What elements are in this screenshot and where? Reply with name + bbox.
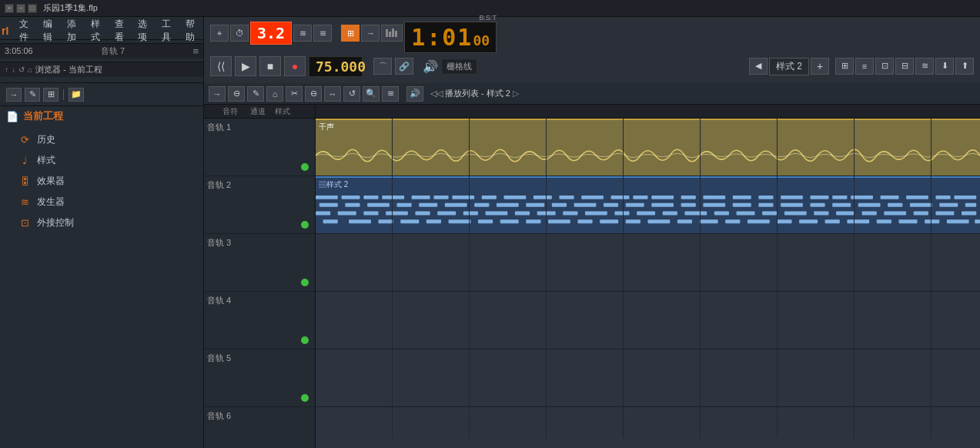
- input-icon[interactable]: ⌖: [210, 25, 229, 42]
- view-icon-6[interactable]: ⬇: [935, 58, 954, 75]
- clock-icon[interactable]: ⏱: [230, 25, 249, 42]
- menu-file[interactable]: 文件: [13, 16, 35, 45]
- tree-item-generators[interactable]: ≋ 发生器: [0, 192, 203, 212]
- seq-zoom-tool[interactable]: 🔍: [363, 86, 380, 102]
- mixer-button[interactable]: [381, 25, 403, 42]
- svg-rect-52: [858, 203, 881, 207]
- sequencer-area: → ⊖ ✎ ⌂ ✂ ⊖ ↔ ↺ 🔍 ≋ 🔊 ◁◁ 播放列表 - 样式 2 ▷: [204, 83, 980, 448]
- svg-rect-45: [681, 203, 696, 207]
- minimize-button[interactable]: −: [16, 4, 25, 13]
- svg-rect-28: [906, 196, 928, 199]
- menu-help[interactable]: 帮助: [179, 16, 202, 45]
- eq-icon[interactable]: ≋: [313, 25, 332, 42]
- sidebar-up-icon[interactable]: ↑: [5, 65, 8, 74]
- sidebar-ctrl-pen[interactable]: ✎: [25, 88, 40, 102]
- sidebar-refresh-icon[interactable]: ↺: [18, 65, 25, 74]
- sidebar-ctrl-arrow[interactable]: →: [6, 88, 22, 102]
- sidebar-home-icon[interactable]: ⌂: [28, 65, 32, 74]
- view-icon-5[interactable]: ≋: [915, 58, 934, 75]
- track-row-3[interactable]: [316, 234, 980, 292]
- track-row-4[interactable]: [316, 292, 980, 349]
- menu-add[interactable]: 添加: [61, 16, 83, 45]
- sidebar-down-icon[interactable]: ↓: [12, 65, 15, 74]
- snap-display[interactable]: 栅格线: [441, 59, 477, 75]
- tree-item-effects[interactable]: 🎛 效果器: [0, 171, 203, 192]
- svg-rect-92: [526, 219, 540, 223]
- style-selector[interactable]: 样式 2: [769, 58, 809, 75]
- svg-rect-3: [395, 31, 397, 37]
- view-icon-7[interactable]: ⬆: [955, 58, 974, 75]
- svg-rect-79: [862, 212, 877, 216]
- track-row-2[interactable]: ▤样式 2: [316, 176, 980, 234]
- col-style: 样式: [275, 106, 290, 117]
- tree-item-midi[interactable]: ⊡ 外接控制: [0, 212, 203, 233]
- view-icon-4[interactable]: ⊟: [895, 58, 914, 75]
- piano-clip-1[interactable]: ▤样式 2: [316, 176, 980, 233]
- seq-audio-tool[interactable]: ≋: [382, 86, 399, 102]
- track-row-1[interactable]: 干声: [316, 119, 980, 176]
- svg-rect-15: [581, 196, 604, 199]
- seq-brush-tool[interactable]: ⌂: [266, 86, 283, 102]
- seq-speaker-tool[interactable]: 🔊: [406, 86, 423, 102]
- speaker-icon[interactable]: 🔊: [423, 59, 438, 74]
- svg-rect-47: [733, 203, 751, 207]
- nav-left-icon[interactable]: ◀: [749, 58, 768, 75]
- seq-mute-tool[interactable]: ⊖: [305, 86, 322, 102]
- pattern-icon[interactable]: ⊞: [341, 25, 360, 42]
- play-button[interactable]: ▶: [235, 56, 256, 76]
- seq-magnet-tool[interactable]: ⊖: [228, 86, 245, 102]
- track-row-5[interactable]: [316, 349, 980, 407]
- record-button[interactable]: ●: [284, 56, 306, 76]
- window-controls[interactable]: × − □: [5, 4, 37, 13]
- playlist-arrow[interactable]: ▷: [513, 89, 519, 99]
- tempo-display[interactable]: 75.000: [309, 56, 363, 77]
- svg-rect-12: [504, 196, 527, 199]
- project-root[interactable]: 📄 当前工程: [0, 106, 203, 126]
- seq-arrow-tool[interactable]: →: [209, 86, 226, 102]
- rewind-button[interactable]: ⟨⟨: [210, 56, 232, 76]
- close-button[interactable]: ×: [5, 4, 14, 13]
- svg-rect-71: [663, 212, 677, 216]
- menu-edit[interactable]: 编辑: [37, 16, 59, 45]
- bst-label: B:S:T: [480, 14, 497, 22]
- track-5-active-dot: [301, 394, 309, 402]
- sidebar-ctrl-bookmark[interactable]: 📁: [69, 88, 84, 102]
- view-icon-2[interactable]: ≡: [855, 58, 874, 75]
- menu-style[interactable]: 样式: [85, 16, 107, 45]
- seq-zoom-in-tool[interactable]: ↔: [324, 86, 341, 102]
- tree-item-history[interactable]: ⟳ 历史: [0, 129, 203, 150]
- svg-rect-11: [482, 196, 497, 199]
- link-icon[interactable]: 🔗: [395, 58, 413, 75]
- pitch-display[interactable]: 3.2: [250, 22, 292, 45]
- track-header-2: 音轨 2: [204, 176, 315, 234]
- sidebar-ctrl-grid[interactable]: ⊞: [43, 88, 59, 102]
- stop-button[interactable]: ■: [259, 56, 281, 76]
- seq-pencil-tool[interactable]: ✎: [247, 86, 264, 102]
- svg-rect-75: [762, 212, 777, 216]
- mixer-icon[interactable]: ≋: [293, 25, 312, 42]
- menu-options[interactable]: 选项: [132, 16, 154, 45]
- curve-icon[interactable]: ⌒: [373, 58, 392, 75]
- track-row-6[interactable]: [316, 407, 980, 438]
- view-icon-3[interactable]: ⊡: [875, 58, 894, 75]
- svg-rect-55: [939, 203, 958, 207]
- nav-right-icon[interactable]: +: [811, 58, 829, 75]
- seq-loop-tool[interactable]: ↺: [343, 86, 360, 102]
- svg-rect-32: [345, 203, 360, 207]
- maximize-button[interactable]: □: [28, 4, 37, 13]
- svg-rect-56: [965, 203, 976, 207]
- seq-cut-tool[interactable]: ✂: [286, 86, 303, 102]
- view-icon-1[interactable]: ⊞: [835, 58, 854, 75]
- menu-view[interactable]: 查看: [109, 16, 131, 45]
- track-headers: 音符 通道 样式 音轨 1 音轨 2 音轨 3: [204, 105, 316, 448]
- track-count: 音轨 7: [101, 45, 125, 57]
- svg-rect-27: [881, 196, 899, 199]
- menu-tools[interactable]: 工具: [156, 16, 178, 45]
- playlist-arrow-icon[interactable]: →: [361, 25, 380, 42]
- track-header-1: 音轨 1: [204, 119, 315, 176]
- audio-clip-1[interactable]: 干声: [316, 119, 980, 176]
- tree-item-label: 发生器: [37, 196, 65, 209]
- tree-item-style[interactable]: ♩ 样式: [0, 150, 203, 171]
- project-icon: 📄: [6, 111, 18, 122]
- tree-item-label: 历史: [37, 133, 55, 146]
